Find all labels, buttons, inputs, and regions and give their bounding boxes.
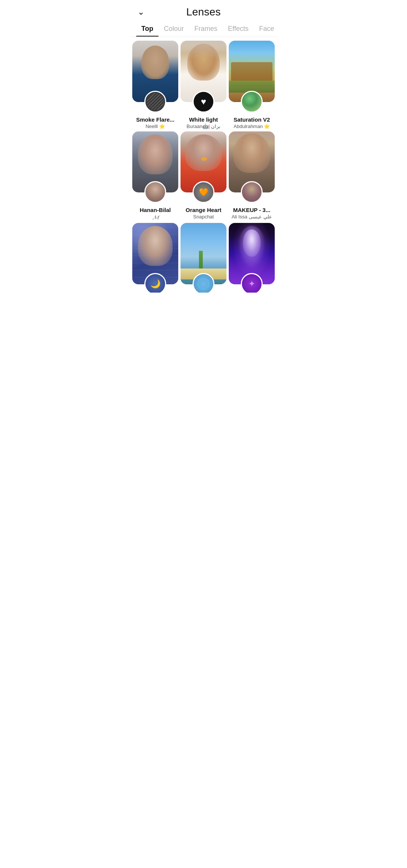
- lens-avatar-makeup-3: [241, 181, 263, 203]
- page-title: Lenses: [186, 6, 221, 18]
- lens-avatar-hanan-bilal: [144, 181, 166, 203]
- tab-colour[interactable]: Colour: [159, 21, 189, 37]
- lens-author-orange-heart: Snapchat: [193, 214, 214, 220]
- lens-name-smoke-flare: Smoke Flare...: [132, 116, 178, 123]
- orange-heart-icon: 🧡: [199, 188, 208, 197]
- lens-card-glow[interactable]: ✦: [229, 223, 275, 289]
- lens-grid: Smoke Flare... Neelll ⭐ ♥ White light Bu…: [130, 37, 277, 293]
- lens-card-sky[interactable]: [181, 223, 226, 289]
- lens-card-makeup-3[interactable]: MAKEUP - 3... Ali Issa علي عيسى: [229, 131, 275, 221]
- lens-name-makeup-3: MAKEUP - 3...: [229, 207, 275, 213]
- glow-icon: ✦: [248, 279, 255, 289]
- tab-top[interactable]: Top: [136, 21, 159, 37]
- lens-card-orange-heart[interactable]: 🧡 Orange Heart Snapchat: [181, 131, 226, 221]
- lens-author-hanan-bilal: 𝓜: [153, 214, 158, 221]
- lens-card-moon[interactable]: 🌙: [132, 223, 178, 289]
- tab-frames[interactable]: Frames: [189, 21, 223, 37]
- lens-card-saturation-v2[interactable]: Saturation V2 Abdulrahman ⭐: [229, 41, 275, 129]
- lens-avatar-moon: 🌙: [144, 273, 166, 293]
- back-button[interactable]: ⌄: [138, 7, 144, 17]
- tab-face[interactable]: Face: [254, 21, 277, 37]
- lens-author-white-light: Buraan🤖| بران: [187, 124, 220, 129]
- lens-author-saturation-v2: Abdulrahman ⭐: [234, 124, 270, 129]
- lens-avatar-saturation-v2: [241, 91, 263, 113]
- heart-icon: ♥: [201, 96, 206, 107]
- lens-card-smoke-flare[interactable]: Smoke Flare... Neelll ⭐: [132, 41, 178, 129]
- header: ⌄ Lenses: [130, 0, 277, 21]
- lens-name-orange-heart: Orange Heart: [181, 207, 226, 213]
- lens-avatar-white-light: ♥: [193, 91, 214, 113]
- lens-card-white-light[interactable]: ♥ White light Buraan🤖| بران: [181, 41, 226, 129]
- tab-bar: Top Colour Frames Effects Face: [130, 21, 277, 37]
- lens-author-makeup-3: Ali Issa علي عيسى: [231, 214, 272, 220]
- lens-card-hanan-bilal[interactable]: Hanan-Bilal 𝓜: [132, 131, 178, 221]
- target-icon: [197, 278, 210, 290]
- lens-avatar-glow: ✦: [241, 273, 263, 293]
- lens-name-saturation-v2: Saturation V2: [229, 116, 275, 123]
- lens-avatar-orange-heart: 🧡: [193, 181, 214, 203]
- star-badge: ⭐: [159, 124, 165, 129]
- lens-name-white-light: White light: [181, 116, 226, 123]
- lens-avatar-smoke-flare: [144, 91, 166, 113]
- lens-name-hanan-bilal: Hanan-Bilal: [132, 207, 178, 213]
- lens-author-smoke-flare: Neelll ⭐: [145, 124, 165, 129]
- lens-avatar-sky: [193, 273, 214, 293]
- tab-effects[interactable]: Effects: [223, 21, 254, 37]
- star-badge-2: ⭐: [264, 124, 270, 129]
- moon-icon: 🌙: [150, 279, 161, 289]
